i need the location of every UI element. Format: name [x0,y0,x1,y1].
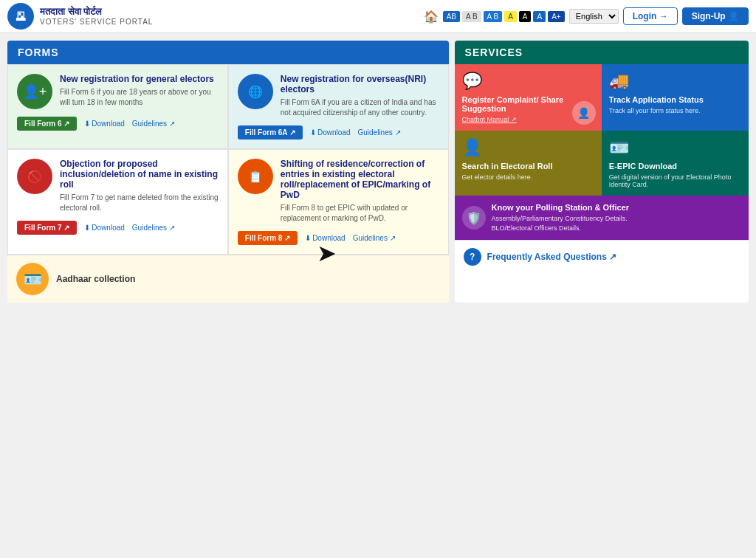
faq-icon: ? [464,248,481,266]
electoral-icon: 👤 [462,138,594,157]
form-8-guidelines[interactable]: Guidelines ↗ [353,234,396,242]
logo-subtitle: VOTERS' SERVICE PORTAL [40,18,153,27]
form-6a-desc: Fill Form 6A if you are a citizen of Ind… [281,97,439,118]
form-6a-top: 🌐 New registration for overseas(NRI) ele… [238,74,439,118]
services-grid: 💬 Register Complaint/ Share Suggestion C… [455,64,749,196]
track-desc: Track all your form status here. [609,107,741,114]
logo-icon: 🗳 [7,3,34,30]
signup-button[interactable]: Sign-Up 👤 [682,7,749,25]
know-polling-line1: Assembly/Parliamentary Constituency Deta… [492,214,629,224]
know-polling-line2: BLO/Electoral Officers Details. [492,224,629,233]
login-button[interactable]: Login → [623,7,678,25]
form-7-title: Objection for proposed inclusion/deletio… [60,159,219,190]
track-icon: 🚚 [609,72,741,91]
form-7-text: Objection for proposed inclusion/deletio… [60,159,219,213]
font-size-btn-6[interactable]: A+ [548,11,565,22]
forms-section: FORMS 👤+ New registration for general el… [7,41,449,303]
form-7-guidelines[interactable]: Guidelines ↗ [132,224,175,232]
fill-form-6a-button[interactable]: Fill Form 6A ↗ [238,125,303,140]
form-6a-guidelines[interactable]: Guidelines ↗ [357,128,400,137]
epic-icon: 🪪 [609,138,741,157]
language-select[interactable]: English हिंदी [569,9,619,24]
services-section-header: SERVICES [455,41,749,64]
main-content: FORMS 👤+ New registration for general el… [0,33,756,310]
form-8-desc: Fill Form 8 to get EPIC with updated or … [281,203,439,224]
service-card-track[interactable]: 🚚 Track Application Status Track all you… [602,64,749,131]
aadhaar-label: Aadhaar collection [56,274,135,284]
logo-area: 🗳 मतदाता सेवा पोर्टल VOTERS' SERVICE POR… [7,3,153,30]
form-7-icon: 🚫 [17,159,52,194]
form-6-guidelines[interactable]: Guidelines ↗ [132,120,175,128]
font-size-btn-4[interactable]: A [519,11,532,22]
form-6-top: 👤+ New registration for general electors… [17,74,219,109]
form-7-top: 🚫 Objection for proposed inclusion/delet… [17,159,219,213]
form-card-7: 🚫 Objection for proposed inclusion/delet… [7,149,228,255]
form-6-download[interactable]: ⬇ Download [84,120,124,128]
service-card-epic[interactable]: 🪪 E-EPIC Download Get digital version of… [602,131,749,196]
form-8-text: Shifting of residence/correction of entr… [281,159,439,224]
form-6a-actions: Fill Form 6A ↗ ⬇ Download Guidelines ↗ [238,125,439,140]
form-6a-icon: 🌐 [238,74,273,109]
aadhaar-icon: 🪪 [16,263,49,295]
top-bar-right: 🏠 AB A B A B A A A A+ English हिंदी Logi… [424,7,749,25]
epic-desc: Get digital version of your Electoral Ph… [609,173,741,188]
form-8-icon: 📋 [238,159,273,194]
know-polling-card[interactable]: 🛡️ Know your Polling Station & Officer A… [455,196,749,240]
form-card-6a: 🌐 New registration for overseas(NRI) ele… [228,64,449,149]
form-8-top: 📋 Shifting of residence/correction of en… [238,159,439,224]
know-polling-text: Know your Polling Station & Officer Asse… [492,203,629,232]
form-card-8: 📋 Shifting of residence/correction of en… [228,149,449,255]
logo-text: मतदाता सेवा पोर्टल VOTERS' SERVICE PORTA… [40,6,153,27]
contrast-btn-ab[interactable]: AB [443,11,460,22]
form-6a-download[interactable]: ⬇ Download [310,128,350,137]
accessibility-controls: AB A B A B A A A A+ [443,11,565,22]
fill-form-8-button[interactable]: Fill Form 8 ↗ [238,231,298,245]
electoral-desc: Get elector details here. [462,173,594,181]
top-navbar: 🗳 मतदाता सेवा पोर्टल VOTERS' SERVICE POR… [0,0,756,33]
home-button[interactable]: 🏠 [424,10,439,24]
font-size-btn-2[interactable]: A B [484,11,503,22]
fill-form-6-button[interactable]: Fill Form 6 ↗ [17,117,77,131]
fill-form-7-button[interactable]: Fill Form 7 ↗ [17,221,77,235]
electoral-title: Search in Electoral Roll [462,162,594,170]
form-6-title: New registration for general electors [60,74,219,84]
know-polling-title: Know your Polling Station & Officer [492,203,629,212]
font-size-btn-1[interactable]: A B [462,11,481,22]
forms-section-header: FORMS [7,41,449,64]
font-size-btn-5[interactable]: A [533,11,546,22]
faq-text: Frequently Asked Questions ↗ [487,252,617,262]
track-title: Track Application Status [609,95,741,104]
complaint-icon: 💬 [462,72,594,91]
form-8-title: Shifting of residence/correction of entr… [281,159,439,200]
form-8-actions: Fill Form 8 ↗ ⬇ Download Guidelines ↗ [238,231,439,245]
know-polling-row: 🛡️ Know your Polling Station & Officer A… [462,203,741,232]
form-7-download[interactable]: ⬇ Download [84,224,124,232]
form-6a-title: New registration for overseas(NRI) elect… [281,74,439,94]
chatbot-avatar: 👤 [572,101,596,125]
service-card-complaint[interactable]: 💬 Register Complaint/ Share Suggestion C… [455,64,602,131]
form-6-text: New registration for general electors Fi… [60,74,219,108]
faq-row[interactable]: ? Frequently Asked Questions ↗ [455,240,749,273]
font-size-btn-3[interactable]: A [504,11,517,22]
epic-title: E-EPIC Download [609,162,741,170]
form-6-actions: Fill Form 6 ↗ ⬇ Download Guidelines ↗ [17,117,219,131]
services-section: SERVICES 💬 Register Complaint/ Share Sug… [455,41,749,303]
forms-grid: 👤+ New registration for general electors… [7,64,449,255]
shield-icon: 🛡️ [462,206,486,230]
logo-title: मतदाता सेवा पोर्टल [40,6,153,18]
aadhaar-card[interactable]: 🪪 Aadhaar collection [7,255,449,303]
form-card-6: 👤+ New registration for general electors… [7,64,228,149]
form-6-icon: 👤+ [17,74,52,109]
service-card-electoral[interactable]: 👤 Search in Electoral Roll Get elector d… [455,131,602,196]
form-6a-text: New registration for overseas(NRI) elect… [281,74,439,118]
form-7-actions: Fill Form 7 ↗ ⬇ Download Guidelines ↗ [17,221,219,235]
form-6-desc: Fill Form 6 if you are 18 years or above… [60,87,219,108]
form-7-desc: Fill Form 7 to get name deleted from the… [60,193,219,213]
form-8-download[interactable]: ⬇ Download [305,234,345,242]
